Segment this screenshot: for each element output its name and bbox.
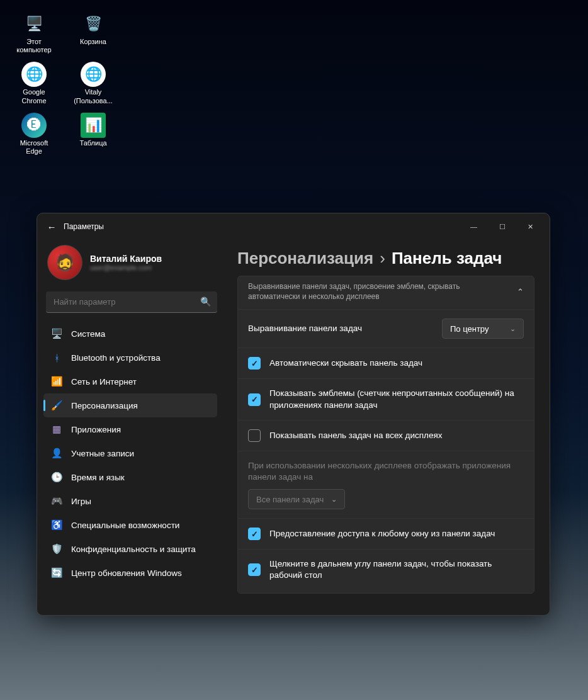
- maximize-button[interactable]: ☐: [488, 217, 516, 236]
- profile-block[interactable]: 🧔 Виталий Каиров user@example.com: [43, 241, 220, 289]
- desktop-icon-chrome[interactable]: 🌐 Google Chrome: [11, 62, 57, 104]
- chevron-down-icon: ⌄: [510, 325, 516, 333]
- breadcrumb: Персонализация › Панель задач: [237, 249, 550, 276]
- nav-icon: 📶: [51, 376, 62, 387]
- sidebar-item-9[interactable]: 🛡️Конфиденциальность и защита: [43, 537, 217, 561]
- desktop-icon-recycle-bin[interactable]: 🗑️ Корзина: [71, 11, 116, 54]
- taskbar-behavior-card: Поведение панели задач Выравнивание пане…: [237, 276, 534, 594]
- sidebar-item-8[interactable]: ♿Специальные возможности: [43, 513, 217, 537]
- any-window-row: Предоставление доступа к любому окну из …: [238, 518, 534, 549]
- all-displays-checkbox[interactable]: [248, 429, 261, 442]
- nav-icon: 🖥️: [51, 328, 62, 339]
- nav-label: Приложения: [71, 425, 121, 434]
- nav-icon: 👤: [51, 448, 62, 459]
- chrome-icon: 🌐: [81, 62, 106, 87]
- trash-icon: 🗑️: [81, 11, 106, 37]
- card-header[interactable]: Поведение панели задач Выравнивание пане…: [238, 276, 534, 309]
- settings-window: ← Параметры ― ☐ ✕ 🧔 Виталий Каиров user@…: [37, 213, 550, 616]
- sidebar-item-10[interactable]: 🔄Центр обновления Windows: [43, 561, 217, 585]
- nav-label: Специальные возможности: [71, 521, 179, 530]
- titlebar[interactable]: ← Параметры ― ☐ ✕: [37, 213, 550, 240]
- chevron-down-icon: ⌄: [331, 495, 337, 504]
- nav-icon: 🛡️: [51, 543, 62, 555]
- nav-list: 🖥️СистемаᚼBluetooth и устройства📶Сеть и …: [43, 322, 220, 609]
- window-title: Параметры: [64, 222, 104, 231]
- alignment-label: Выравнивание панели задач: [248, 323, 433, 334]
- badges-row: Показывать эмблемы (счетчик непрочитанны…: [238, 378, 534, 419]
- sidebar-item-2[interactable]: 📶Сеть и Интернет: [43, 370, 217, 393]
- multi-display-dropdown: Все панели задач ⌄: [248, 489, 345, 509]
- breadcrumb-parent[interactable]: Персонализация: [237, 249, 373, 268]
- edge-icon: 🅔: [21, 113, 47, 138]
- nav-label: Система: [71, 329, 105, 339]
- nav-icon: 🎮: [51, 495, 62, 507]
- nav-label: Сеть и Интернет: [71, 377, 137, 387]
- alignment-dropdown[interactable]: По центру ⌄: [442, 319, 524, 339]
- corner-row: Щелкните в дальнем углу панели задач, чт…: [238, 549, 534, 590]
- minimize-button[interactable]: ―: [460, 217, 488, 236]
- nav-label: Центр обновления Windows: [71, 568, 182, 578]
- sidebar-item-0[interactable]: 🖥️Система: [43, 322, 217, 346]
- auto-hide-checkbox[interactable]: [248, 357, 261, 370]
- chrome-icon: 🌐: [21, 62, 47, 87]
- sidebar: 🧔 Виталий Каиров user@example.com 🔍 🖥️Си…: [37, 240, 226, 615]
- nav-label: Конфиденциальность и защита: [71, 545, 196, 554]
- sidebar-item-5[interactable]: 👤Учетные записи: [43, 441, 217, 465]
- nav-label: Время и язык: [71, 473, 125, 482]
- nav-label: Учетные записи: [71, 449, 134, 458]
- user-email: user@example.com: [90, 264, 162, 271]
- desktop-icon-sheets[interactable]: 📊 Таблица: [71, 113, 116, 155]
- chevron-up-icon: ⌃: [517, 287, 524, 296]
- chevron-right-icon: ›: [380, 249, 385, 268]
- desktop-icon-this-pc[interactable]: 🖥️ Этот компьютер: [11, 11, 57, 54]
- desktop-icon-chrome-profile[interactable]: 🌐 Vitaly (Пользова...: [71, 62, 116, 104]
- back-button[interactable]: ←: [42, 217, 61, 236]
- avatar: 🧔: [47, 245, 82, 280]
- any-window-checkbox[interactable]: [248, 528, 261, 540]
- all-displays-row: Показывать панель задач на всех дисплеях: [238, 420, 534, 451]
- sidebar-item-7[interactable]: 🎮Игры: [43, 489, 217, 513]
- spreadsheet-icon: 📊: [81, 113, 106, 138]
- content-area: Персонализация › Панель задач Поведение …: [226, 240, 550, 615]
- sidebar-item-6[interactable]: 🕒Время и язык: [43, 465, 217, 489]
- nav-icon: 🕒: [51, 471, 62, 483]
- nav-icon: ᚼ: [51, 352, 62, 363]
- sidebar-item-3[interactable]: 🖌️Персонализация: [43, 393, 217, 417]
- nav-icon: ▦: [51, 424, 62, 435]
- desktop-wallpaper: 🖥️ Этот компьютер 🗑️ Корзина 🌐 Google Ch…: [0, 0, 588, 700]
- nav-icon: 🔄: [51, 567, 62, 579]
- nav-icon: ♿: [51, 519, 62, 531]
- multi-display-row: При использовании нескольких дисплеев от…: [238, 451, 534, 518]
- user-name: Виталий Каиров: [90, 254, 162, 264]
- auto-hide-row: Автоматически скрывать панель задач: [238, 347, 534, 378]
- search-box[interactable]: 🔍: [46, 291, 217, 313]
- search-input[interactable]: [46, 291, 217, 313]
- desktop-icon-edge[interactable]: 🅔 Microsoft Edge: [11, 113, 57, 155]
- nav-label: Персонализация: [71, 401, 138, 410]
- badges-checkbox[interactable]: [248, 393, 261, 406]
- breadcrumb-current: Панель задач: [392, 249, 502, 268]
- card-subtitle: Выравнивание панели задач, присвоение эм…: [248, 281, 509, 302]
- search-icon: 🔍: [200, 296, 211, 307]
- corner-checkbox[interactable]: [248, 563, 261, 576]
- nav-icon: 🖌️: [51, 400, 62, 411]
- pc-icon: 🖥️: [21, 11, 47, 37]
- close-button[interactable]: ✕: [516, 217, 545, 236]
- nav-label: Игры: [71, 497, 91, 506]
- nav-label: Bluetooth и устройства: [71, 353, 161, 363]
- sidebar-item-1[interactable]: ᚼBluetooth и устройства: [43, 346, 217, 370]
- sidebar-item-4[interactable]: ▦Приложения: [43, 417, 217, 441]
- alignment-row: Выравнивание панели задач По центру ⌄: [238, 309, 534, 347]
